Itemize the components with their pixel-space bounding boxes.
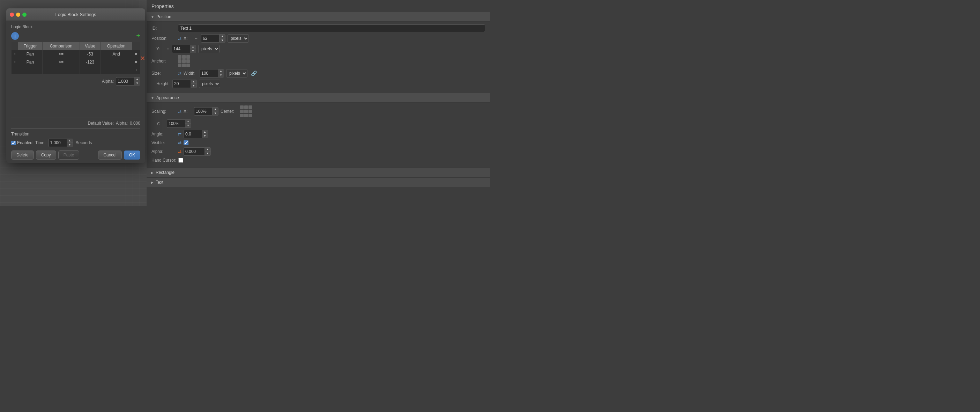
add-row-button[interactable]: +: [136, 32, 140, 39]
hand-cursor-checkbox[interactable]: [178, 158, 183, 163]
height-input[interactable]: [172, 80, 191, 88]
app-alpha-down[interactable]: ▼: [205, 151, 210, 155]
y-down[interactable]: ▼: [190, 49, 196, 53]
x-down[interactable]: ▼: [220, 38, 225, 42]
row-handle-1[interactable]: ⠿: [11, 50, 18, 58]
x-up[interactable]: ▲: [220, 35, 225, 38]
y-unit-dropdown[interactable]: pixels: [198, 45, 220, 53]
height-unit-dropdown[interactable]: pixels: [199, 80, 220, 88]
width-up[interactable]: ▲: [218, 70, 224, 73]
sc-bc[interactable]: [244, 114, 248, 117]
sy-down[interactable]: ▼: [185, 124, 191, 127]
sc-ml[interactable]: [240, 110, 243, 113]
time-up[interactable]: ▲: [67, 139, 73, 143]
alpha-input[interactable]: [116, 77, 134, 86]
anchor-mc[interactable]: [182, 59, 186, 63]
sy-stepper[interactable]: ▲ ▼: [167, 119, 191, 128]
info-icon[interactable]: i: [11, 32, 19, 40]
comparison-cell-1[interactable]: <=: [42, 50, 80, 58]
scaling-share-icon[interactable]: ⇄: [178, 109, 181, 114]
add-table-row-button[interactable]: +: [132, 66, 140, 74]
angle-share-icon[interactable]: ⇄: [178, 132, 181, 137]
time-stepper[interactable]: ▲ ▼: [49, 138, 73, 147]
app-alpha-stepper[interactable]: ▲ ▼: [184, 147, 211, 156]
anchor-ml[interactable]: [178, 59, 181, 63]
y-stepper[interactable]: ▲ ▼: [172, 45, 196, 53]
alpha-share-icon[interactable]: ⇄: [178, 149, 181, 154]
delete-row-2[interactable]: ✕: [132, 58, 140, 66]
position-share-icon[interactable]: ⇄: [178, 36, 181, 41]
app-alpha-up[interactable]: ▲: [205, 148, 210, 151]
time-input[interactable]: [49, 138, 67, 147]
width-down[interactable]: ▼: [218, 73, 224, 77]
x-unit-dropdown[interactable]: pixels: [228, 34, 249, 43]
width-unit-dropdown[interactable]: pixels: [226, 69, 247, 78]
ok-button[interactable]: OK: [124, 151, 140, 159]
comparison-cell-2[interactable]: >=: [42, 58, 80, 66]
anchor-tl[interactable]: [178, 55, 181, 59]
anchor-tr[interactable]: [186, 55, 190, 59]
anchor-mr[interactable]: [186, 59, 190, 63]
appearance-section-header[interactable]: ▼ Appearance: [146, 93, 490, 103]
y-input[interactable]: [172, 45, 190, 53]
sy-input[interactable]: [167, 119, 185, 128]
delete-row-1[interactable]: ✕: [132, 50, 140, 58]
sy-up[interactable]: ▲: [185, 120, 191, 124]
sx-down[interactable]: ▼: [213, 111, 218, 115]
y-up[interactable]: ▲: [190, 45, 196, 49]
visible-checkbox[interactable]: [184, 140, 188, 145]
anchor-br[interactable]: [186, 64, 190, 67]
sc-bl[interactable]: [240, 114, 243, 117]
sx-up[interactable]: ▲: [213, 108, 218, 111]
angle-stepper[interactable]: ▲ ▼: [184, 130, 208, 138]
delete-button[interactable]: Delete: [11, 151, 34, 159]
alpha-up[interactable]: ▲: [134, 78, 140, 81]
sc-br[interactable]: [248, 114, 252, 117]
copy-button[interactable]: Copy: [36, 151, 56, 159]
close-button[interactable]: [10, 13, 14, 17]
visible-share-icon[interactable]: ⇄: [178, 140, 181, 145]
x-input[interactable]: [201, 34, 219, 43]
anchor-bl[interactable]: [178, 64, 181, 67]
rectangle-section-header[interactable]: ▶ Rectangle: [146, 168, 490, 177]
height-down[interactable]: ▼: [191, 84, 196, 87]
text-section-header[interactable]: ▶ Text: [146, 177, 490, 187]
operation-cell-1[interactable]: And: [100, 50, 132, 58]
sc-tr[interactable]: [248, 105, 252, 109]
position-section-header[interactable]: ▼ Position: [146, 12, 490, 22]
sc-tl[interactable]: [240, 105, 243, 109]
enabled-checkbox-label[interactable]: Enabled: [11, 140, 32, 145]
trigger-cell-1[interactable]: Pan: [18, 50, 43, 58]
link-proportional-icon[interactable]: 🔗: [251, 70, 257, 76]
x-stepper[interactable]: ▲ ▼: [201, 34, 226, 43]
operation-cell-2[interactable]: [100, 58, 132, 66]
sc-mr[interactable]: [248, 110, 252, 113]
row-handle-2[interactable]: ⠿: [11, 58, 18, 66]
size-share-icon[interactable]: ⇄: [178, 71, 181, 76]
sx-stepper[interactable]: ▲ ▼: [194, 107, 218, 116]
paste-button[interactable]: Paste: [58, 151, 80, 159]
value-cell-1[interactable]: -53: [80, 50, 100, 58]
alpha-stepper[interactable]: ▲ ▼: [116, 77, 140, 86]
delete-block-button[interactable]: ✕: [140, 54, 145, 62]
anchor-bc[interactable]: [182, 64, 186, 67]
id-input[interactable]: [178, 24, 485, 32]
angle-input[interactable]: [184, 130, 202, 138]
maximize-button[interactable]: [22, 13, 27, 17]
sc-tc[interactable]: [244, 105, 248, 109]
trigger-cell-2[interactable]: Pan: [18, 58, 43, 66]
value-cell-2[interactable]: -123: [80, 58, 100, 66]
sc-mc[interactable]: [244, 110, 248, 113]
height-up[interactable]: ▲: [191, 80, 196, 84]
alpha-down[interactable]: ▼: [134, 81, 140, 85]
sx-input[interactable]: [194, 107, 212, 116]
width-input[interactable]: [200, 69, 218, 78]
height-stepper[interactable]: ▲ ▼: [172, 80, 197, 88]
angle-up[interactable]: ▲: [202, 130, 208, 134]
cancel-button[interactable]: Cancel: [98, 151, 121, 159]
anchor-grid[interactable]: [178, 55, 190, 67]
time-down[interactable]: ▼: [67, 143, 73, 146]
angle-down[interactable]: ▼: [202, 134, 208, 138]
width-stepper[interactable]: ▲ ▼: [200, 69, 224, 78]
enabled-checkbox[interactable]: [11, 141, 16, 145]
